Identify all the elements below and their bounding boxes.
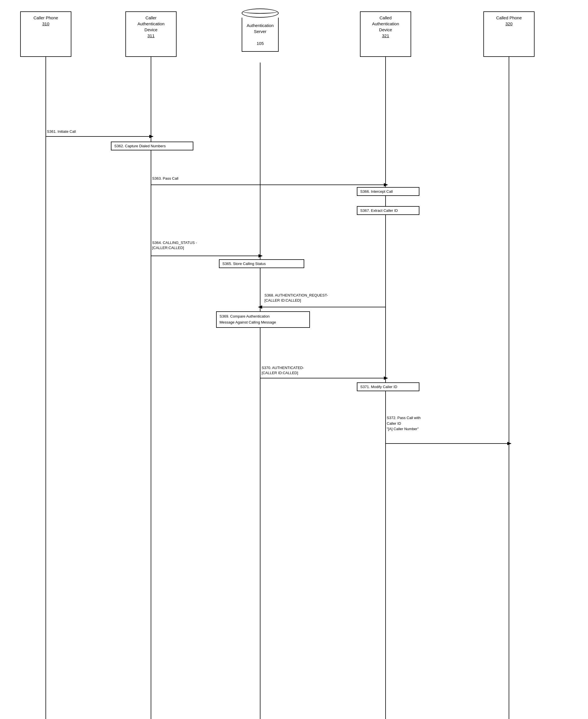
- label-s370: S370. AUTHENTICATED-[CALLER ID:CALLED]: [261, 365, 304, 376]
- actor-called-auth-label: CalledAuthenticationDevice: [372, 15, 399, 32]
- box-s369: S369. Compare AuthenticationMessage Agai…: [216, 311, 310, 328]
- box-s367: S367. Extract Caller ID: [357, 206, 419, 215]
- cylinder-top: [242, 8, 279, 18]
- actor-caller-auth-number: 311: [147, 33, 154, 38]
- actor-caller-phone-number: 310: [42, 21, 49, 26]
- cylinder-body: AuthenticationServer 105: [242, 18, 279, 52]
- arrowhead-s368: [258, 305, 262, 309]
- actor-caller-auth: CallerAuthenticationDevice 311: [125, 12, 176, 57]
- actor-called-phone-label: Called Phone: [496, 15, 522, 20]
- actor-caller-phone: Caller Phone 310: [20, 12, 71, 57]
- box-s366: S366. Intercept Call: [357, 187, 419, 196]
- label-s372: S372. Pass Call withCaller ID"[A] Caller…: [387, 415, 421, 432]
- cylinder-top-inner: [242, 9, 278, 14]
- arrowhead-s372: [507, 442, 511, 445]
- arrowhead-s370: [384, 376, 388, 380]
- arrowhead-s361: [149, 135, 153, 138]
- actor-caller-auth-label: CallerAuthenticationDevice: [137, 15, 164, 32]
- actor-called-phone-number: 320: [505, 21, 512, 26]
- label-s361: S361. Initiate Call: [47, 129, 76, 134]
- box-s371: S371. Modify Caller ID: [357, 382, 419, 391]
- label-s363: S363. Pass Call: [152, 176, 178, 181]
- actor-called-auth: CalledAuthenticationDevice 321: [360, 12, 411, 57]
- arrowhead-s364: [258, 254, 263, 258]
- actor-called-auth-number: 321: [382, 33, 389, 38]
- actor-called-phone: Called Phone 320: [483, 12, 534, 57]
- arrowhead-s363: [384, 183, 388, 187]
- diagram-container: Caller Phone 310 CallerAuthenticationDev…: [0, 0, 588, 719]
- actor-auth-server-label: AuthenticationServer: [247, 22, 274, 35]
- actor-caller-phone-label: Caller Phone: [34, 15, 58, 20]
- box-s362: S362. Capture Dialed Numbers: [111, 142, 193, 150]
- box-s365: S365. Store Calling Status: [219, 259, 304, 268]
- actor-auth-server: AuthenticationServer 105: [240, 8, 280, 52]
- sequence-diagram-svg: [0, 0, 588, 719]
- label-s364: S364. CALLING_STATUS -[CALLER:CALLED]: [152, 240, 197, 251]
- actor-auth-server-number: 105: [256, 40, 264, 46]
- label-s368: S368. AUTHENTICATION_REQUEST-[CALLER ID:…: [265, 293, 328, 303]
